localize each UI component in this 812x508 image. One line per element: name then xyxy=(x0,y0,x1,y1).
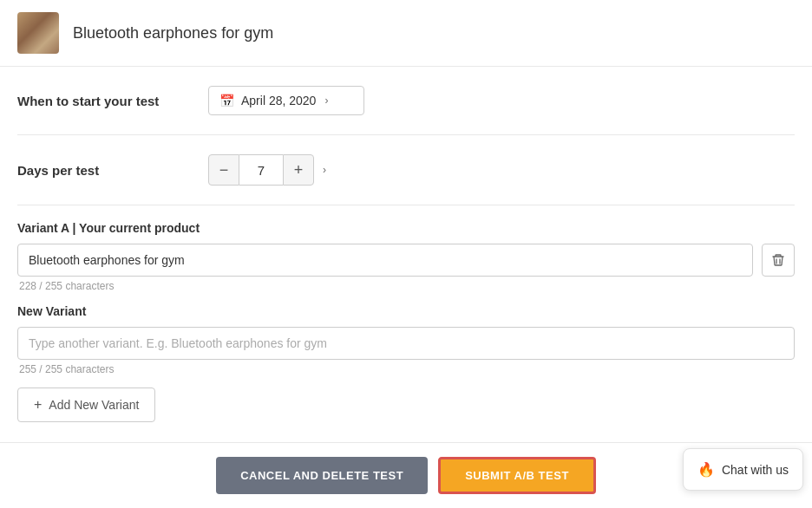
decrement-button[interactable]: − xyxy=(208,154,239,186)
variant-a-label: Variant A | Your current product xyxy=(17,221,795,235)
days-value: 7 xyxy=(239,154,283,186)
stepper-chevron-icon: › xyxy=(323,164,326,176)
chat-widget[interactable]: 🔥 Chat with us xyxy=(683,448,803,491)
increment-button[interactable]: + xyxy=(283,154,314,186)
product-title: Bluetooth earphones for gym xyxy=(73,24,273,42)
trash-icon xyxy=(771,253,785,267)
start-test-row: When to start your test 📅 April 28, 2020… xyxy=(17,67,795,135)
chevron-right-icon: › xyxy=(324,94,328,107)
submit-ab-test-button[interactable]: SUBMIT A/B TEST xyxy=(438,457,596,494)
chat-fire-icon: 🔥 xyxy=(697,461,715,478)
variants-section: Variant A | Your current product 228 / 2… xyxy=(17,205,795,431)
new-variant-row xyxy=(17,327,795,360)
days-per-test-label: Days per test xyxy=(17,163,208,178)
header: Bluetooth earphones for gym xyxy=(0,0,812,67)
add-variant-label: Add New Variant xyxy=(49,398,139,412)
new-variant-label: New Variant xyxy=(17,304,795,318)
variant-a-char-count: 228 / 255 characters xyxy=(17,280,795,292)
date-picker[interactable]: 📅 April 28, 2020 › xyxy=(208,86,364,115)
date-value: April 28, 2020 xyxy=(241,94,316,107)
avatar xyxy=(17,12,59,54)
new-variant-input[interactable] xyxy=(17,327,795,360)
variant-a-input[interactable] xyxy=(17,244,753,277)
plus-icon: + xyxy=(34,397,42,413)
chat-label: Chat with us xyxy=(722,463,789,477)
new-variant-char-count: 255 / 255 characters xyxy=(17,363,795,375)
avatar-image xyxy=(17,12,59,54)
start-test-label: When to start your test xyxy=(17,94,208,108)
cancel-delete-button[interactable]: CANCEL AND DELETE TEST xyxy=(216,457,428,494)
delete-variant-a-button[interactable] xyxy=(762,244,795,277)
days-per-test-row: Days per test − 7 + › xyxy=(17,135,795,205)
variant-a-row xyxy=(17,244,795,277)
content-area: When to start your test 📅 April 28, 2020… xyxy=(0,67,812,431)
days-stepper: − 7 + › xyxy=(208,154,326,186)
calendar-icon: 📅 xyxy=(219,94,234,107)
page-wrapper: Bluetooth earphones for gym When to star… xyxy=(0,0,812,508)
add-variant-button[interactable]: + Add New Variant xyxy=(17,388,155,422)
